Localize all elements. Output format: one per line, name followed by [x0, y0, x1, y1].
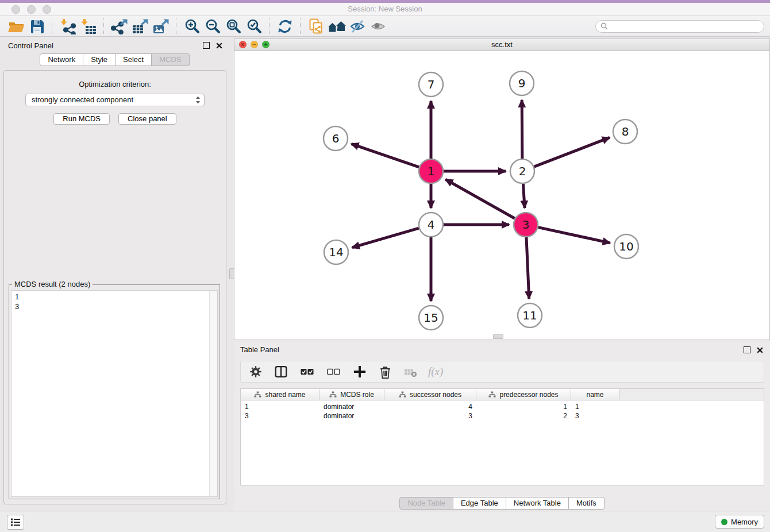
tab-motifs[interactable]: Motifs	[569, 497, 605, 510]
delete-column-button[interactable]	[403, 363, 417, 380]
network-canvas[interactable]: 7968124314101511	[234, 51, 769, 340]
save-session-button[interactable]	[26, 18, 47, 35]
column-label: MCDS role	[340, 391, 374, 399]
float-panel-icon[interactable]	[203, 42, 210, 49]
tab-style[interactable]: Style	[83, 53, 116, 66]
panel-divider[interactable]	[229, 36, 234, 511]
select-all-columns-button[interactable]	[299, 363, 315, 380]
zoom-fit-button[interactable]	[223, 18, 244, 35]
network-graph[interactable]: 7968124314101511	[234, 51, 769, 340]
column-header-successor-nodes[interactable]: successor nodes	[384, 389, 476, 400]
graph-node-2[interactable]: 2	[510, 159, 534, 183]
float-table-panel-icon[interactable]	[744, 346, 750, 353]
column-view-button[interactable]	[274, 363, 288, 380]
table-row[interactable]: 3dominator323	[241, 411, 764, 421]
zoom-out-button[interactable]	[202, 18, 223, 35]
function-builder-button[interactable]: f(x)	[428, 363, 443, 380]
tab-network-table[interactable]: Network Table	[506, 497, 569, 510]
graph-node-7[interactable]: 7	[419, 72, 443, 97]
export-image-icon	[152, 18, 170, 34]
hide-visual-properties-button[interactable]	[347, 18, 368, 35]
table-cell[interactable]: 1	[476, 403, 571, 411]
export-table-button[interactable]	[130, 18, 151, 35]
table-cell[interactable]: 4	[384, 403, 476, 411]
table-cell[interactable]: 1	[571, 403, 619, 411]
graph-edge-4-14[interactable]	[352, 228, 419, 248]
graph-edge-2-9[interactable]	[522, 100, 522, 159]
table-cell[interactable]: 2	[476, 412, 571, 420]
tab-node-table[interactable]: Node Table	[399, 497, 453, 510]
table-cell[interactable]: 3	[384, 412, 476, 420]
column-header-MCDS-role[interactable]: MCDS role	[319, 389, 384, 400]
column-type-icon	[488, 391, 496, 398]
graph-node-3[interactable]: 3	[514, 213, 538, 237]
canvas-resize-handle[interactable]	[493, 334, 503, 339]
tab-network[interactable]: Network	[40, 53, 83, 66]
graph-node-15[interactable]: 15	[419, 306, 443, 330]
memory-button[interactable]: Memory	[715, 515, 764, 529]
home-layout-button[interactable]	[326, 18, 347, 35]
select-all-icon	[299, 364, 315, 379]
mcds-result-textarea[interactable]: 13	[11, 290, 218, 497]
run-mcds-button[interactable]: Run MCDS	[53, 113, 110, 125]
graph-node-1[interactable]: 1	[419, 159, 443, 183]
refresh-view-button[interactable]	[275, 18, 295, 35]
column-header-name[interactable]: name	[571, 389, 619, 400]
graph-edge-3-10[interactable]	[538, 228, 610, 243]
criterion-select[interactable]: strongly connected component	[25, 94, 205, 106]
zoom-selected-button[interactable]	[244, 18, 264, 35]
clone-network-button[interactable]	[306, 18, 326, 35]
table-cell[interactable]: dominator	[319, 412, 384, 420]
maximize-network-icon[interactable]	[262, 41, 270, 48]
table-cell[interactable]: 3	[241, 412, 319, 420]
graph-edge-1-6[interactable]	[351, 144, 419, 167]
open-session-button[interactable]	[6, 18, 26, 35]
graph-node-4[interactable]: 4	[419, 213, 443, 237]
table-cell[interactable]: 3	[571, 412, 619, 420]
graph-edge-2-8[interactable]	[534, 137, 610, 167]
graph-edge-3-11[interactable]	[526, 237, 529, 299]
tab-select[interactable]: Select	[116, 53, 152, 66]
close-table-panel-icon[interactable]	[757, 347, 763, 353]
close-panel-button[interactable]: Close panel	[118, 113, 176, 125]
window-controls[interactable]	[11, 5, 51, 14]
show-visual-properties-button[interactable]	[368, 18, 388, 35]
column-header-predecessor-nodes[interactable]: predecessor nodes	[476, 389, 571, 400]
graph-node-11[interactable]: 11	[518, 303, 542, 327]
table-row[interactable]: 1dominator411	[241, 402, 764, 411]
search-input[interactable]	[611, 22, 759, 31]
graph-node-9[interactable]: 9	[510, 71, 534, 95]
add-row-button[interactable]	[352, 363, 367, 380]
search-field[interactable]	[595, 20, 764, 33]
table-options-button[interactable]	[249, 363, 263, 380]
graph-node-10[interactable]: 10	[614, 234, 638, 259]
column-header-shared-name[interactable]: shared name	[241, 389, 319, 400]
table-cell[interactable]: 1	[241, 403, 319, 411]
minimize-window-button[interactable]	[27, 5, 36, 14]
export-image-button[interactable]	[151, 18, 171, 35]
show-panels-button[interactable]	[7, 515, 24, 530]
delete-row-button[interactable]	[378, 363, 392, 380]
zoom-window-button[interactable]	[43, 5, 51, 14]
export-network-button[interactable]	[109, 18, 130, 35]
close-panel-icon[interactable]	[216, 43, 222, 49]
graph-edge-3-1[interactable]	[445, 179, 515, 218]
graph-node-6[interactable]: 6	[324, 126, 348, 151]
close-network-icon[interactable]	[239, 41, 247, 48]
svg-text:2: 2	[519, 164, 526, 178]
graph-edge-2-3[interactable]	[523, 184, 525, 208]
open-folder-icon	[7, 18, 25, 34]
close-window-button[interactable]	[11, 5, 20, 14]
table-cell[interactable]: dominator	[319, 403, 384, 411]
import-network-button[interactable]	[57, 18, 78, 35]
network-window-titlebar[interactable]: scc.txt	[234, 39, 769, 51]
result-scrollbar[interactable]	[209, 291, 217, 496]
tab-edge-table[interactable]: Edge Table	[453, 497, 506, 510]
unselect-all-columns-button[interactable]	[326, 363, 341, 380]
import-table-button[interactable]	[78, 18, 99, 35]
minimize-network-icon[interactable]	[251, 41, 258, 48]
graph-node-14[interactable]: 14	[324, 240, 348, 264]
graph-node-8[interactable]: 8	[613, 119, 637, 144]
zoom-in-button[interactable]	[182, 18, 202, 35]
tab-mcds[interactable]: MCDS	[152, 53, 189, 66]
